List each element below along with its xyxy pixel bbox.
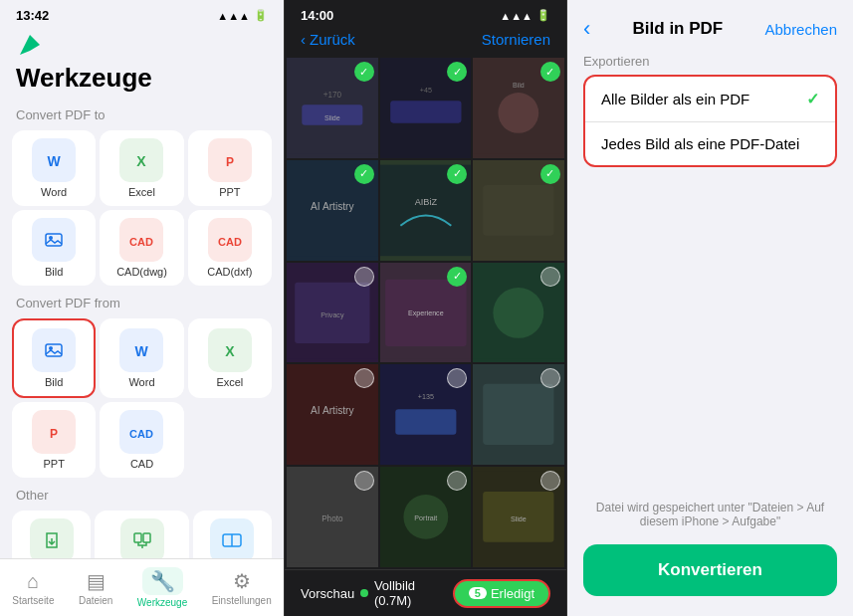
nav-dateien[interactable]: ▤ Dateien: [71, 565, 120, 610]
excel2-icon-box: X: [208, 328, 252, 372]
cad-dwg-icon: CAD: [128, 227, 154, 253]
photo-cell-11[interactable]: [473, 364, 564, 465]
tool-word2[interactable]: W Word: [100, 318, 183, 398]
tool-cad-dwg[interactable]: CAD CAD(dwg): [100, 210, 183, 286]
ppt-icon: P: [217, 147, 243, 173]
photo-cell-5[interactable]: ✓: [473, 160, 564, 261]
word-icon: W: [41, 147, 67, 173]
photo-cell-13[interactable]: Portrait: [380, 467, 472, 567]
status-icons-1: ▲▲▲ 🔋: [217, 9, 268, 22]
tool-bild[interactable]: Bild: [12, 210, 96, 286]
photo-cell-7[interactable]: Experience ✓: [380, 263, 472, 363]
tool-ppt[interactable]: P PPT: [188, 130, 272, 206]
photo-cell-3[interactable]: AI Artistry ✓: [287, 160, 378, 261]
cancel-button-2[interactable]: Stornieren: [482, 31, 550, 48]
section1-grid: W Word X Excel: [0, 126, 284, 290]
jedes-label: Jedes Bild als eine PDF-Datei: [601, 135, 799, 152]
svg-text:Portrait: Portrait: [414, 515, 437, 523]
back-label-2: Zurück: [310, 31, 355, 48]
check-0: ✓: [354, 62, 374, 82]
excel2-icon: X: [217, 337, 243, 363]
photo-cell-6[interactable]: Privacy: [287, 263, 378, 363]
wifi-icon: ▲▲▲: [217, 10, 250, 22]
time-2: 14:00: [301, 8, 333, 23]
cad-dxf-icon-box: CAD: [208, 218, 252, 262]
back-button-2[interactable]: ‹ Zurück: [301, 31, 355, 48]
app-logo: [0, 27, 284, 59]
svg-point-42: [499, 93, 539, 133]
nav-werkzeuge[interactable]: 🔧 Werkzeuge: [129, 563, 195, 612]
wifi-icon-2: ▲▲▲: [500, 10, 533, 22]
check-8: [540, 267, 560, 287]
photo-cell-2[interactable]: Bild ✓: [473, 58, 564, 158]
export-option-alle[interactable]: Alle Bilder als ein PDF ✓: [585, 77, 835, 121]
bild2-icon-box: [32, 328, 76, 372]
convert-button[interactable]: Konvertieren: [583, 544, 837, 596]
nav-bar-3: ‹ Bild in PDF Abbrechen: [567, 12, 853, 54]
tool-excel[interactable]: X Excel: [100, 130, 183, 206]
aufteilen-icon-box: [210, 518, 254, 562]
komprimieren-icon-box: [30, 518, 74, 562]
alle-label: Alle Bilder als ein PDF: [601, 91, 749, 107]
word-label: Word: [41, 186, 67, 198]
svg-text:AIBiZ: AIBiZ: [414, 197, 437, 207]
nav-einstellungen[interactable]: ⚙ Einstellungen: [204, 565, 280, 610]
export-option-jedes[interactable]: Jedes Bild als eine PDF-Datei: [585, 121, 835, 165]
battery-icon-2: 🔋: [536, 9, 550, 22]
svg-rect-39: [390, 101, 461, 122]
svg-text:Privacy: Privacy: [320, 311, 344, 319]
photo-cell-8[interactable]: [473, 263, 564, 363]
check-green-icon: ✓: [806, 90, 819, 108]
photo-cell-0[interactable]: +170Slide ✓: [287, 58, 378, 158]
cancel-button-3[interactable]: Abbrechen: [764, 21, 837, 38]
svg-text:CAD: CAD: [218, 236, 242, 248]
svg-point-56: [494, 288, 544, 338]
check-2: ✓: [540, 62, 560, 82]
svg-text:Photo: Photo: [321, 515, 343, 524]
green-dot: [360, 589, 368, 597]
status-bar-1: 13:42 ▲▲▲ 🔋: [0, 0, 284, 27]
photo-cell-9[interactable]: AI Artistry: [287, 364, 378, 465]
settings-icon: ⚙: [233, 569, 251, 593]
svg-text:W: W: [48, 153, 62, 169]
svg-rect-63: [484, 384, 554, 445]
word-icon-box: W: [32, 138, 76, 182]
photo-cell-10[interactable]: +135: [380, 364, 472, 465]
svg-rect-14: [41, 337, 67, 363]
svg-rect-48: [484, 185, 554, 236]
scroll-content: Convert PDF to W Word X: [0, 102, 284, 616]
tool-excel2[interactable]: X Excel: [188, 318, 272, 398]
bild2-icon: [41, 337, 67, 363]
erledigt-button[interactable]: 5 Erledigt: [453, 579, 550, 608]
check-7: ✓: [447, 267, 467, 287]
nav-dateien-label: Dateien: [79, 595, 112, 606]
tools-icon: 🔧: [150, 570, 175, 592]
status-bar-2: 14:00 ▲▲▲ 🔋: [285, 0, 566, 27]
chevron-left-icon-2: ‹: [301, 31, 306, 48]
nav-bar-2: ‹ Zurück Stornieren: [285, 27, 566, 56]
photo-cell-14[interactable]: Slide: [473, 467, 564, 567]
photo-cell-4[interactable]: AIBiZ ✓: [380, 160, 472, 261]
preview-label: Vorschau: [301, 586, 354, 601]
ppt2-label: PPT: [43, 458, 64, 470]
svg-text:W: W: [135, 343, 149, 359]
nav-startseite[interactable]: ⌂ Startseite: [4, 566, 62, 610]
tool-cad2[interactable]: CAD CAD: [100, 402, 183, 478]
komprimieren-icon: [39, 527, 65, 553]
svg-rect-26: [129, 527, 155, 553]
spacer: [567, 167, 853, 501]
check-5: ✓: [540, 164, 560, 184]
export-options: Alle Bilder als ein PDF ✓ Jedes Bild als…: [583, 75, 837, 167]
svg-text:X: X: [225, 343, 235, 359]
photo-cell-12[interactable]: Photo: [287, 467, 378, 567]
tool-bild2[interactable]: Bild: [12, 318, 96, 398]
excel2-label: Excel: [216, 376, 243, 388]
check-3: ✓: [354, 164, 374, 184]
bild-in-pdf-title: Bild in PDF: [633, 19, 724, 39]
back-button-3[interactable]: ‹: [583, 16, 590, 42]
tool-cad-dxf[interactable]: CAD CAD(dxf): [188, 210, 272, 286]
word2-icon: W: [128, 337, 154, 363]
tool-word[interactable]: W Word: [12, 130, 96, 206]
photo-cell-1[interactable]: +45 ✓: [380, 58, 472, 158]
tool-ppt2[interactable]: P PPT: [12, 402, 96, 478]
